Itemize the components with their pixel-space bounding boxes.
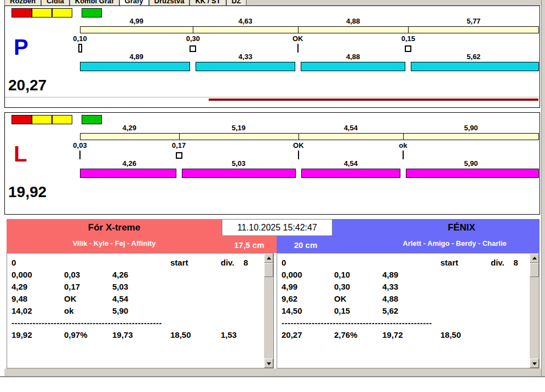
status-light-2 [32,8,52,18]
change-time-label: OK [292,34,303,43]
change-time-label: 0,30 [186,34,200,43]
total-cell: 18,50 [170,330,191,340]
cumulative-time-cell: 4,29 [12,282,27,292]
segment-time-bottom: 4,26 [123,159,136,168]
marker-narrow-icon [78,44,82,53]
segment-time-bottom: 5,90 [464,159,478,168]
cumulative-time-cell: 0,000 [282,270,302,280]
change-time-cell: 0,30 [334,282,350,292]
lane-letter: P [14,36,28,58]
lane-total-time: 19,92 [8,184,47,200]
tab-grafy[interactable]: Grafy [119,0,149,5]
lane-total-time: 20,27 [8,77,47,94]
change-time-label: 0,15 [401,34,415,43]
total-cell: 18,50 [440,330,461,340]
tab-cidla[interactable]: Čidla [41,0,70,5]
tab-druzstva[interactable]: Družstva [149,0,190,5]
division-label: div. 8 [221,258,248,268]
bar-divider [299,133,299,140]
marker-square-icon [176,152,182,159]
marker-square-icon [405,45,411,52]
dog-run-segment [301,62,406,71]
left-jump-height: 17,5 cm [222,240,277,250]
status-light-3 [52,8,72,18]
scrollbar-thumb[interactable] [530,263,539,277]
divider-line [5,97,540,97]
change-time-cell: OK [334,294,347,304]
total-cell: 1,53 [221,330,237,340]
bar-divider [298,26,299,33]
status-light-4 [82,115,102,124]
status-light-1 [12,8,32,18]
segment-time-bottom: 5,03 [232,159,245,168]
scroll-up-button[interactable] [264,253,273,263]
marker-line-icon [79,151,81,159]
total-cell: 0,97% [64,330,88,340]
split-time-cell: 5,62 [382,306,398,316]
change-time-cell: 0,15 [334,306,350,316]
scroll-down-button[interactable] [530,359,539,368]
bar-divider [179,133,180,140]
status-light-1 [12,115,32,124]
flyball-timing-window: RozběhČidlaKombi GrafGrafyDružstvaKK / S… [0,0,545,392]
up-arrow-icon [532,257,537,260]
cumulative-time-cell: 4,99 [282,282,297,292]
separator-row: ----------------------------------------… [12,318,164,328]
split-time-cell: 5,03 [112,282,128,292]
tabs-row: RozběhČidlaKombi GrafGrafyDružstvaKK / S… [4,0,246,5]
segment-time-top: 5,19 [232,124,245,132]
left-team-results-panel: 0startdiv. 80,0000,034,264,290,175,039,4… [7,253,274,368]
scrollbar-thumb[interactable] [264,263,273,277]
dog-run-segment [80,169,176,178]
vertical-scrollbar[interactable] [264,253,273,368]
datetime-display: 11.10.2025 15:42:47 [222,219,332,236]
change-time-cell: ok [64,306,74,316]
segment-time-top: 4,88 [346,17,360,25]
tab-bar: RozběhČidlaKombi GrafGrafyDružstvaKK / S… [4,0,541,5]
right-team-results-panel: 0startdiv. 80,0000,104,894,990,304,339,6… [277,253,540,368]
change-time-label: 0,03 [73,141,87,149]
overall-time-bar [80,26,539,33]
lane-panel-p: P 20,27 4,994,894,634,334,884,885,775,62… [4,5,540,108]
tab-kk-st[interactable]: KK / ST [190,0,226,5]
lap-counter-cell: 0 [282,258,286,268]
start-label: start [170,258,188,268]
division-label: div. 8 [491,258,518,268]
right-jump-height: 20 cm [278,240,333,250]
lap-counter-cell: 0 [12,258,16,268]
segment-time-top: 4,29 [123,124,136,132]
marker-line-icon [298,151,299,159]
change-time-label: 0,10 [73,34,87,43]
split-time-cell: 4,54 [112,294,128,304]
tab-kombi-graf[interactable]: Kombi Graf [70,0,119,5]
total-cell: 20,27 [282,330,302,340]
segment-time-bottom: 4,88 [346,53,360,61]
cumulative-time-cell: 9,62 [282,294,297,304]
bar-divider [403,133,404,140]
dog-run-segment [301,169,400,178]
change-time-cell: 0,17 [64,282,80,292]
split-time-cell: 4,33 [382,282,398,292]
down-arrow-icon [267,362,271,365]
segment-time-top: 5,77 [467,17,480,25]
down-arrow-icon [532,362,537,365]
change-time-label: OK [293,141,304,149]
left-team-name: Fór X-treme [7,222,222,233]
dog-run-segment [182,169,296,178]
cumulative-time-cell: 9,48 [12,294,27,304]
total-cell: 19,73 [112,330,133,340]
segment-time-bottom: 4,33 [238,53,252,61]
right-team-name: FÉNIX [383,222,540,233]
marker-square-icon [190,45,196,52]
scroll-up-button[interactable] [530,253,539,263]
scroll-down-button[interactable] [264,359,273,368]
tab-rozbeh[interactable]: Rozběh [4,0,41,5]
vertical-scrollbar[interactable] [530,253,539,368]
tab-dz[interactable]: DZ [226,0,246,5]
cumulative-time-cell: 14,02 [12,306,32,316]
right-team-dogs: Arlett - Amigo - Berdy - Charlie [370,239,540,247]
cumulative-time-cell: 14,50 [282,306,302,316]
change-time-cell: 0,03 [64,270,80,280]
dog-run-segment [80,62,190,71]
separator-row: ----------------------------------------… [282,318,434,328]
